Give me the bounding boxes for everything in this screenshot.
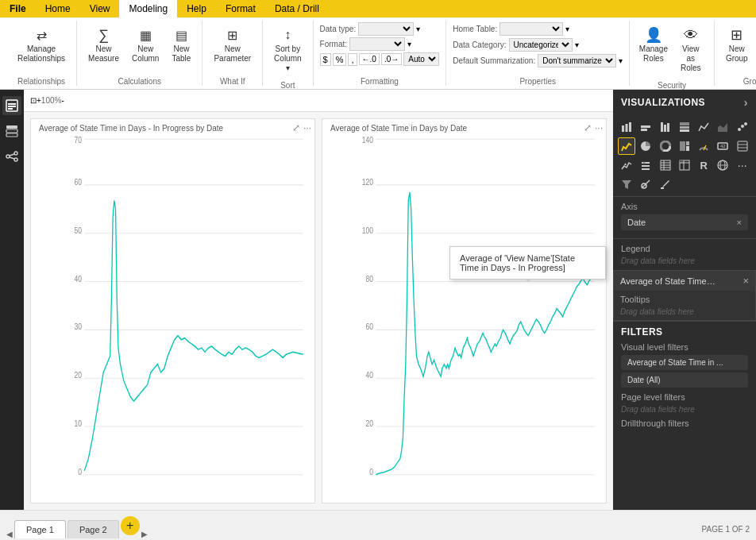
svg-rect-77 [686,146,689,151]
new-group-button[interactable]: ⊞ NewGroup [721,24,753,65]
axis-field-remove[interactable]: × [737,218,742,227]
manage-relationships-icon: ⇄ [32,25,51,44]
svg-rect-5 [6,129,17,133]
format-tab[interactable]: Format [216,0,265,17]
sort-by-column-button[interactable]: ↕ Sort byColumn ▾ [269,24,306,75]
fit-page-button[interactable]: ⊡ [30,96,37,105]
new-column-button[interactable]: ▦ NewColumn [127,24,164,65]
viz-card[interactable]: 42 [714,137,731,155]
viz-multirow-card[interactable] [734,137,751,155]
viz-line-active[interactable] [618,137,635,155]
sidebar-icon-report[interactable] [2,96,21,115]
viz-kpi[interactable]: ▲ [618,156,635,174]
viz-scatter[interactable] [734,118,751,136]
zoom-out-button[interactable]: - [61,96,64,105]
viz-pie[interactable] [637,137,654,155]
chart-more-icon[interactable]: ··· [303,122,311,133]
data-category-select[interactable]: Uncategorized [509,38,573,52]
viz-line-chart[interactable] [695,118,712,136]
new-table-button[interactable]: ▤ NewTable [167,24,195,65]
chart-right-more-icon[interactable]: ··· [595,122,603,133]
manage-roles-button[interactable]: 👤 ManageRoles [636,24,670,65]
viz-matrix[interactable] [676,156,693,174]
svg-text:0: 0 [78,467,82,476]
viz-table[interactable] [657,156,674,174]
ribbon-group-sort: ↕ Sort byColumn ▾ Sort [263,21,313,86]
next-page-arrow[interactable]: ▶ [141,530,148,538]
svg-point-7 [6,155,10,158]
svg-rect-2 [8,106,16,107]
filter-item-1[interactable]: Date (All) [621,372,748,388]
chart-left[interactable]: Average of State Time in Days - In Progr… [30,118,315,503]
manage-relationships-button[interactable]: ⇄ ManageRelationships [13,24,70,65]
svg-text:80: 80 [365,274,372,284]
datatype-select[interactable] [358,22,414,36]
new-measure-button[interactable]: ∑ NewMeasure [83,24,124,65]
default-summarization-select[interactable]: Don't summarize [538,54,616,68]
file-tab[interactable]: File [0,0,36,17]
viz-bar-chart[interactable] [618,118,635,136]
viz-area-chart[interactable] [714,118,731,136]
axis-field[interactable]: Date × [621,214,748,230]
dollar-button[interactable]: $ [320,53,331,66]
page-2-tab[interactable]: Page 2 [68,520,119,538]
svg-text:60: 60 [365,322,372,332]
add-page-button[interactable]: + [121,516,140,535]
menu-bar: File Home View Modeling Help Format Data… [0,0,756,17]
viz-more[interactable]: ··· [734,156,751,174]
page-1-tab[interactable]: Page 1 [14,520,66,538]
chart-right[interactable]: Average of State Time in Days by Date ⤢ … [322,118,607,503]
sidebar-icon-model[interactable] [2,147,21,166]
viz-100-stacked-bar[interactable] [676,118,693,136]
home-table-label: Home Table: [453,25,497,33]
filter-item-0[interactable]: Average of State Time in ... [621,355,748,370]
viz-funnel[interactable] [618,176,635,193]
viz-format[interactable] [657,176,674,193]
status-bar: PAGE 1 OF 2 [702,525,750,538]
zoom-level: 100% [41,96,62,105]
modeling-tab[interactable]: Modeling [119,0,177,17]
viz-slicer[interactable] [637,156,654,174]
viz-donut[interactable] [657,137,674,155]
svg-rect-66 [680,122,689,125]
viz-analytics[interactable] [637,176,654,193]
comma-button[interactable]: , [348,53,357,66]
viz-clustered-bar[interactable] [657,118,674,136]
home-tab[interactable]: Home [36,0,80,17]
chart-expand-icon[interactable]: ⤢ [292,122,300,133]
help-tab[interactable]: Help [177,0,216,17]
values-tooltips-section: Tooltips Drag data fields here [614,291,755,320]
new-parameter-icon: ⊞ [223,25,242,44]
new-parameter-button[interactable]: ⊞ NewParameter [209,24,256,65]
svg-point-9 [14,158,17,161]
tooltips-title: Tooltips [620,295,749,304]
view-tab[interactable]: View [80,0,120,17]
new-group-icon: ⊞ [727,25,746,44]
security-group-label: Security [636,78,708,90]
canvas-toolbar: ⊡ + 100% - [24,90,613,112]
increase-decimal-button[interactable]: .0→ [381,53,402,65]
svg-text:▲: ▲ [623,161,627,166]
viz-gauge[interactable] [695,137,712,155]
auto-select[interactable]: Auto [403,52,439,66]
decrease-decimal-button[interactable]: ←.0 [359,53,380,65]
home-table-select[interactable] [499,22,563,36]
chart-right-expand-icon[interactable]: ⤢ [584,122,592,133]
data-drill-tab[interactable]: Data / Drill [265,0,329,17]
tooltips-placeholder: Drag data fields here [620,307,749,316]
percent-button[interactable]: % [333,53,347,66]
viz-r-script[interactable]: R [695,156,712,174]
prev-page-arrow[interactable]: ◀ [6,530,13,538]
format-select[interactable] [349,37,405,51]
view-as-roles-button[interactable]: 👁 View asRoles [674,24,708,75]
chart-right-title: Average of State Time in Days by Date [330,124,467,133]
svg-rect-87 [642,168,650,170]
viz-treemap[interactable] [676,137,693,155]
viz-stacked-bar[interactable] [637,118,654,136]
viz-map[interactable] [714,156,731,174]
legend-placeholder: Drag data fields here [621,256,748,265]
values-panel-close[interactable]: × [742,275,749,287]
svg-text:20: 20 [365,418,372,428]
sidebar-icon-data[interactable] [2,122,21,141]
expand-icon[interactable]: › [744,96,748,109]
